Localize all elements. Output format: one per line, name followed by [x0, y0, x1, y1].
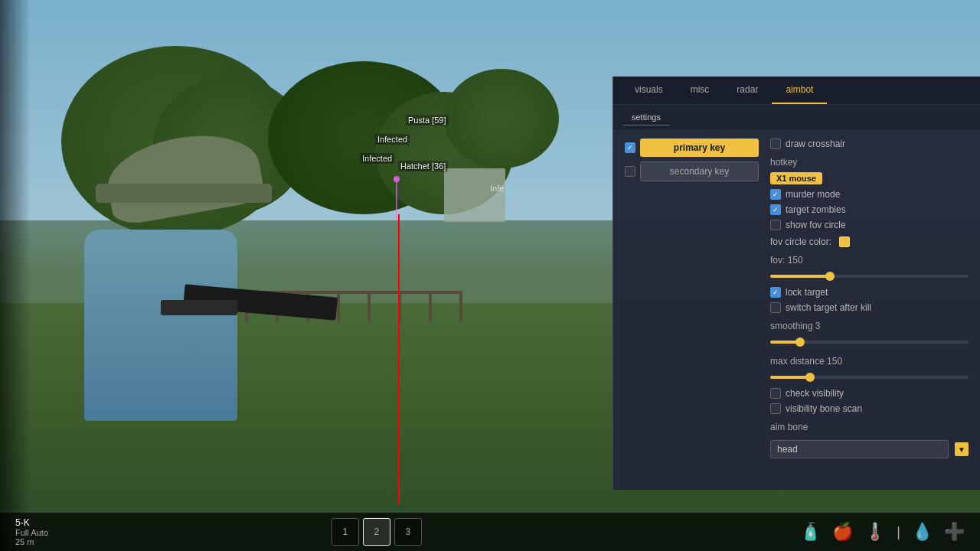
fov-slider[interactable]: [770, 272, 969, 281]
water-icon: 💧: [912, 522, 933, 542]
show-fov-circle-wrap: show fov circle: [770, 220, 969, 230]
hotkey-badge[interactable]: X1 mouse: [770, 172, 822, 184]
tab-radar[interactable]: radar: [723, 77, 772, 104]
switch-target-checkbox[interactable]: [770, 302, 781, 313]
entity-marker: [387, 176, 406, 222]
lock-target-checkbox[interactable]: [770, 287, 781, 298]
tab-misc[interactable]: misc: [677, 77, 724, 104]
primary-key-checkbox[interactable]: [625, 142, 635, 153]
settings-panel: visuals misc radar aimbot settings prima…: [612, 77, 980, 490]
separator-icon: |: [897, 524, 900, 540]
check-visibility-label: check visibility: [786, 388, 844, 399]
smoothing-slider-thumb[interactable]: [795, 337, 805, 347]
hud-ammo: 5-K: [15, 517, 48, 528]
player-hat: [107, 138, 276, 237]
panel-content: primary key secondary key draw crosshair…: [613, 131, 980, 466]
visibility-bone-scan-wrap: visibility bone scan: [770, 403, 969, 414]
primary-key-button[interactable]: primary key: [640, 139, 759, 157]
max-distance-slider[interactable]: [770, 373, 969, 382]
secondary-key-button[interactable]: secondary key: [640, 161, 759, 181]
hud-distance: 25 m: [15, 537, 48, 546]
player-body: [84, 230, 276, 497]
sub-tab-bar: settings: [613, 105, 980, 131]
apple-icon: 🍎: [832, 522, 853, 542]
secondary-key-row: secondary key: [625, 161, 759, 181]
check-visibility-checkbox[interactable]: [770, 388, 781, 399]
fov-value-label: fov: 150: [770, 255, 969, 266]
murder-mode-checkbox[interactable]: [770, 189, 781, 200]
secondary-key-checkbox[interactable]: [625, 166, 635, 177]
lock-target-wrap: lock target: [770, 287, 969, 298]
aim-bone-dropdown-arrow[interactable]: ▼: [955, 442, 969, 456]
smoothing-slider[interactable]: [770, 337, 969, 347]
switch-target-label: switch target after kill: [786, 302, 871, 313]
hud-mode: Full Auto: [15, 528, 48, 537]
left-vignette: [0, 0, 31, 551]
murder-mode-label: murder mode: [786, 189, 840, 200]
info-text: Infe: [490, 184, 504, 193]
visibility-bone-scan-label: visibility bone scan: [786, 403, 862, 414]
draw-crosshair-checkbox[interactable]: [770, 139, 781, 149]
max-distance-slider-fill: [770, 376, 810, 379]
max-distance-label: max distance 150: [770, 356, 969, 367]
fov-slider-track: [770, 275, 969, 278]
key-bindings-col: primary key secondary key: [625, 139, 759, 458]
slot-1[interactable]: 1: [332, 518, 359, 546]
smoothing-label: smoothing 3: [770, 321, 969, 331]
switch-target-wrap: switch target after kill: [770, 302, 969, 313]
max-distance-slider-track: [770, 376, 969, 379]
bottle-icon: 🧴: [800, 522, 821, 542]
fov-circle-color-row: fov circle color:: [770, 236, 969, 247]
hud-weapon-info: 5-K Full Auto 25 m: [15, 517, 48, 546]
aim-bone-value: head: [777, 444, 798, 455]
target-zombies-label: target zombies: [786, 204, 846, 215]
entity-label-infected-1: Infected: [375, 134, 410, 145]
visibility-bone-scan-checkbox[interactable]: [770, 403, 781, 414]
fov-circle-color-label: fov circle color:: [770, 236, 831, 247]
sub-tab-settings[interactable]: settings: [622, 109, 670, 126]
entity-label-pusta: Pusta [59]: [406, 115, 449, 126]
max-distance-slider-thumb[interactable]: [805, 373, 815, 382]
foliage-5: [444, 69, 559, 168]
fov-slider-fill: [770, 275, 830, 278]
tab-visuals[interactable]: visuals: [621, 77, 677, 104]
primary-key-row: primary key: [625, 139, 759, 157]
hotkey-section-label: hotkey: [770, 157, 969, 168]
show-fov-circle-checkbox[interactable]: [770, 220, 781, 230]
tab-aimbot[interactable]: aimbot: [772, 77, 827, 104]
aim-line: [398, 214, 400, 505]
check-visibility-wrap: check visibility: [770, 388, 969, 399]
murder-mode-wrap: murder mode: [770, 189, 969, 200]
health-icon: ➕: [944, 522, 965, 542]
lock-target-label: lock target: [786, 287, 828, 298]
target-zombies-checkbox[interactable]: [770, 204, 781, 215]
aim-bone-section-label: aim bone: [770, 422, 969, 432]
slot-3[interactable]: 3: [394, 518, 422, 546]
tab-bar: visuals misc radar aimbot: [613, 77, 980, 105]
aim-bone-dropdown[interactable]: head: [770, 440, 949, 458]
entity-label-hatchet: Hatchet [36]: [398, 161, 448, 171]
building: [444, 168, 505, 222]
entity-label-infected-2: Infected: [360, 153, 394, 164]
temp-icon: 🌡️: [864, 522, 885, 542]
slot-2[interactable]: 2: [363, 518, 390, 546]
fov-slider-thumb[interactable]: [825, 272, 835, 281]
hud-bar: 5-K Full Auto 25 m 1 2 3 🧴 🍎 🌡️ | 💧 ➕: [0, 513, 980, 551]
options-col: draw crosshair hotkey X1 mouse murder mo…: [770, 139, 969, 458]
draw-crosshair-wrap: draw crosshair: [770, 139, 969, 149]
hud-consumables: 🧴 🍎 🌡️ | 💧 ➕: [800, 522, 965, 542]
draw-crosshair-label: draw crosshair: [786, 139, 845, 149]
target-zombies-wrap: target zombies: [770, 204, 969, 215]
hud-slots: 1 2 3: [332, 518, 422, 546]
aim-bone-dropdown-row: head ▼: [770, 440, 969, 458]
fov-color-swatch[interactable]: [839, 236, 850, 247]
show-fov-circle-label: show fov circle: [786, 220, 846, 230]
